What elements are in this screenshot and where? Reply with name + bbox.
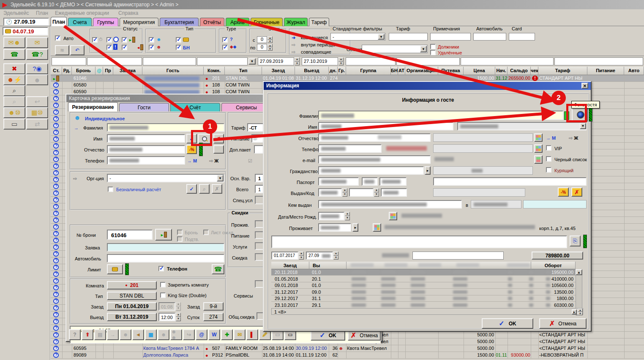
column-header-Выезд[interactable]: Выезд xyxy=(295,67,329,75)
kingsize-checkbox[interactable] xyxy=(160,292,166,298)
type-person2-checkbox[interactable] xyxy=(149,45,154,50)
issued-code2-field[interactable] xyxy=(381,188,407,197)
scheme-icon-button-1[interactable] xyxy=(534,133,543,142)
table-row[interactable]: ?89089Долгополова Лариса●P312PSmallDBL31… xyxy=(51,352,644,359)
phone-question-button[interactable]: ☎? xyxy=(26,49,48,60)
tariff-filter-field[interactable] xyxy=(389,33,428,41)
floor-from-field[interactable]: 0 xyxy=(257,36,267,43)
passport-series-field[interactable] xyxy=(318,177,359,186)
floor-to-field[interactable]: 0 xyxy=(257,44,267,51)
guest-card-clear-button[interactable]: ✗ xyxy=(213,134,224,143)
filter-cell-2[interactable] xyxy=(87,57,142,65)
tab-Отчёты[interactable]: Отчёты xyxy=(200,18,224,26)
menu-item-3[interactable]: Ежедневные операции xyxy=(55,10,109,16)
issued-code1-field[interactable] xyxy=(349,188,374,197)
lives-country-field[interactable] xyxy=(318,223,351,232)
cashless-checkbox[interactable] xyxy=(108,187,113,192)
res-toolbar-word-doc-button[interactable]: W xyxy=(208,329,220,340)
filter-cell-4[interactable] xyxy=(197,57,248,65)
info-comment-field[interactable] xyxy=(271,235,567,248)
column-header-Авто[interactable]: Авто xyxy=(624,67,644,75)
column-header-Питание[interactable]: Питание xyxy=(587,67,624,75)
blacklist-checkbox[interactable] xyxy=(546,156,551,162)
fix-room-checkbox[interactable] xyxy=(160,282,166,287)
type-person-checkbox[interactable] xyxy=(149,37,154,43)
passport-num1-field[interactable] xyxy=(362,177,378,186)
info-firstname-field[interactable] xyxy=(318,122,453,130)
alt-name-dropdown[interactable]: ▼ xyxy=(580,123,586,129)
filter-dropdown[interactable]: ▼ xyxy=(248,58,256,65)
history-date-to[interactable]: 27.09 xyxy=(306,252,333,260)
arrive-date-box[interactable]: Пн 01.04.2019 xyxy=(107,302,157,311)
paste-button[interactable]: ⎘ xyxy=(570,235,581,246)
res-lastname-field[interactable] xyxy=(107,123,224,132)
org-confirm-button[interactable]: ✓ xyxy=(186,184,197,194)
status-wait-checkbox[interactable] xyxy=(92,37,98,43)
std-filter-select[interactable]: - xyxy=(330,33,385,41)
info-close-button[interactable]: ✕ xyxy=(581,83,588,89)
guest-confirm-button[interactable]: ✓ xyxy=(186,134,197,143)
res-middlename-field[interactable] xyxy=(107,145,185,154)
tab-Счета[interactable]: Счета xyxy=(68,18,92,26)
filter-cell-8[interactable] xyxy=(554,57,643,65)
history-vscroll-end[interactable]: ▲▼ xyxy=(578,309,583,315)
res-toolbar-door-exit-button[interactable]: ◄ xyxy=(132,329,144,340)
info-discount-button[interactable]: -% xyxy=(558,187,569,197)
issued-code-spinner[interactable]: ▲▼ xyxy=(374,188,379,197)
column-header-АТ[interactable]: АТ xyxy=(398,67,405,75)
date-from-field[interactable]: 27.09.2019 xyxy=(258,57,294,65)
lives-icon-button[interactable] xyxy=(373,223,381,232)
date-to-field[interactable]: 27.10.2019 xyxy=(302,57,338,65)
info-email-field[interactable] xyxy=(318,155,431,164)
period-option-arrow-3[interactable]: ⇨ xyxy=(292,49,295,55)
gender-female-option[interactable]: ⇨ Ж xyxy=(209,158,218,164)
contact-mail-button[interactable]: ✉☻ xyxy=(3,37,25,48)
type-cash-checkbox[interactable] xyxy=(176,37,181,43)
column-header-Сальдо[interactable]: Сальдо xyxy=(508,67,531,75)
res-tab-Резервирование[interactable]: Резервирование xyxy=(68,102,118,111)
deleted-checkbox[interactable] xyxy=(430,50,436,55)
column-header-Нач.[interactable]: Нач. xyxy=(495,67,508,75)
floor-from-spinner[interactable]: ▲▼ xyxy=(267,36,273,43)
info-phone-field[interactable] xyxy=(318,144,382,153)
filter-cell-3[interactable] xyxy=(143,57,196,65)
column-header-@[interactable]: @ xyxy=(96,67,103,75)
res-toolbar-divider-red-button[interactable]: ▌ xyxy=(246,329,258,340)
booking-no-field[interactable]: 61046 xyxy=(107,230,153,240)
filter-cell-5[interactable] xyxy=(346,57,396,65)
depart-time-spinner[interactable]: ▲▼ xyxy=(176,313,181,321)
tab-План[interactable]: План xyxy=(51,17,67,26)
birth-date-field[interactable] xyxy=(318,212,344,220)
std-filter-dropdown[interactable]: ▼ xyxy=(378,34,385,40)
car-filter-field[interactable] xyxy=(473,33,506,41)
checkin-door-button[interactable]: ► xyxy=(155,229,172,241)
debtors-checkbox[interactable] xyxy=(430,44,436,49)
info-ok-button[interactable]: ✓OK xyxy=(482,318,533,329)
res-toolbar-calculator-button[interactable]: ▦ xyxy=(145,329,157,340)
info-clear-button[interactable]: ✗ xyxy=(571,187,582,197)
history-col-arrive[interactable]: Заезд xyxy=(271,262,309,269)
column-header-Заезд[interactable]: Заезд xyxy=(262,67,295,75)
chart-button[interactable]: ≋ xyxy=(55,45,69,55)
column-header-Путевка[interactable]: Путевка xyxy=(438,67,464,75)
birth-date-spinner[interactable]: ▲▼ xyxy=(345,212,350,220)
history-date-to-spinner[interactable]: ▲▼ xyxy=(333,252,338,260)
issued-date-field[interactable] xyxy=(318,188,342,197)
citizenship-more-button[interactable]: ▸ xyxy=(425,166,431,175)
menu-item-2[interactable]: План xyxy=(36,10,48,16)
gender-male-option[interactable]: → М xyxy=(187,158,197,164)
res-toolbar-help-button[interactable]: ? xyxy=(69,329,81,340)
period-option-3[interactable]: совпадающие xyxy=(301,49,331,55)
res-tab-Гости[interactable]: Гости xyxy=(119,103,169,111)
column-header-Ст.[interactable]: Ст. xyxy=(51,67,62,75)
lives-more-button[interactable]: ▸ xyxy=(352,223,358,232)
res-tab-Счёт[interactable]: Счёт xyxy=(170,103,220,111)
request-field[interactable] xyxy=(107,243,224,252)
depart-time-field[interactable]: 12:00 xyxy=(158,313,175,321)
depart-date-box[interactable]: Вт 31.12.2019 xyxy=(107,313,157,321)
history-row[interactable]: 09.01.201801.0105600.00 xyxy=(271,282,576,289)
registration-field[interactable] xyxy=(433,177,587,186)
tab-Группы[interactable]: Группы xyxy=(93,18,118,26)
birth-place-icon-button[interactable] xyxy=(389,212,397,220)
column-header-Гр.[interactable]: Гр. xyxy=(338,67,346,75)
